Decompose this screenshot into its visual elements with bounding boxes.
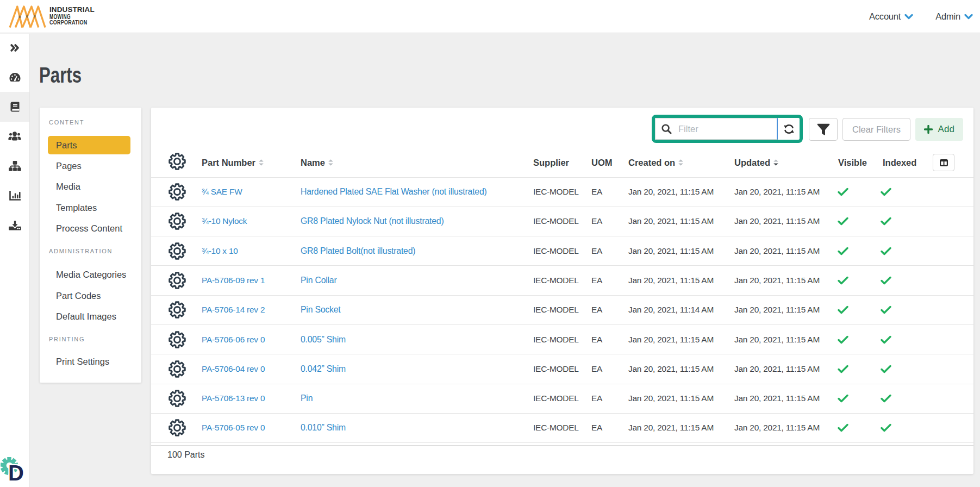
svg-text:D: D <box>8 461 24 483</box>
